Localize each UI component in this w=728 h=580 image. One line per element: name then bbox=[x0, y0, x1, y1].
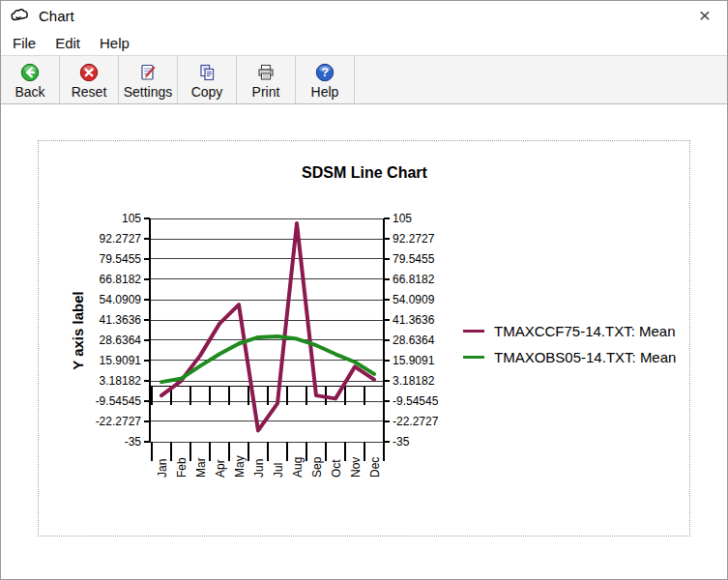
y-tick-label-left: 54.0909 bbox=[100, 293, 142, 306]
reset-button[interactable]: Reset bbox=[60, 56, 119, 103]
y-tick-label-right: 92.2727 bbox=[393, 232, 435, 246]
y-tick-label-right: 54.0909 bbox=[393, 293, 435, 306]
legend-label: TMAXCCF75-14.TXT: Mean bbox=[494, 323, 676, 339]
y-tick-label-right: 79.5455 bbox=[393, 252, 435, 266]
y-axis-title: Y axis label bbox=[70, 291, 86, 369]
y-tick-label-left: -35 bbox=[125, 435, 142, 449]
x-tick-label: Sep bbox=[310, 456, 324, 478]
back-label: Back bbox=[15, 84, 44, 100]
y-tick-label-left: 105 bbox=[122, 212, 141, 225]
y-tick-label-left: 66.8182 bbox=[100, 273, 142, 286]
y-tick-label-right: 105 bbox=[393, 212, 412, 225]
print-icon bbox=[256, 63, 276, 83]
x-tick-label: Dec bbox=[368, 457, 382, 478]
y-tick-label-left: -9.54545 bbox=[96, 394, 142, 408]
settings-button[interactable]: Settings bbox=[119, 56, 178, 103]
window-title: Chart bbox=[39, 8, 74, 24]
y-tick-label-left: 3.18182 bbox=[100, 374, 142, 388]
y-tick-label-left: 79.5455 bbox=[100, 252, 142, 266]
y-tick-label-right: 66.8182 bbox=[393, 273, 435, 286]
x-tick-label: Mar bbox=[194, 457, 208, 478]
content-area: SDSM Line ChartY axis label10510592.2727… bbox=[1, 104, 727, 579]
menu-edit[interactable]: Edit bbox=[45, 32, 90, 54]
chart-title: SDSM Line Chart bbox=[302, 164, 427, 181]
settings-label: Settings bbox=[124, 84, 173, 100]
copy-icon bbox=[197, 63, 217, 83]
x-tick-label: Aug bbox=[291, 457, 305, 478]
legend-entry: TMAXOBS05-14.TXT: Mean bbox=[463, 344, 676, 370]
y-tick-label-right: 28.6364 bbox=[393, 334, 435, 347]
help-label: Help bbox=[311, 84, 339, 100]
menu-help[interactable]: Help bbox=[90, 32, 139, 54]
y-tick-label-right: 41.3636 bbox=[393, 313, 435, 327]
x-tick-label: Oct bbox=[330, 459, 343, 478]
settings-icon bbox=[138, 63, 158, 83]
back-button[interactable]: Back bbox=[1, 56, 60, 103]
help-button[interactable]: ? Help bbox=[296, 56, 355, 103]
y-tick-label-right: -22.2727 bbox=[393, 415, 439, 428]
reset-label: Reset bbox=[72, 84, 107, 100]
menu-file[interactable]: File bbox=[3, 32, 45, 54]
copy-button[interactable]: Copy bbox=[178, 56, 237, 103]
print-label: Print bbox=[252, 84, 280, 100]
x-tick-label: Nov bbox=[349, 457, 363, 478]
toolbar: Back Reset Settings bbox=[1, 55, 727, 104]
back-icon bbox=[20, 63, 40, 83]
x-tick-label: Apr bbox=[214, 459, 227, 478]
y-tick-label-right: 3.18182 bbox=[393, 374, 435, 388]
x-tick-label: Feb bbox=[175, 457, 189, 478]
x-tick-label: May bbox=[233, 455, 247, 478]
y-tick-label-left: 15.9091 bbox=[100, 354, 142, 367]
legend-entry: TMAXCCF75-14.TXT: Mean bbox=[463, 318, 676, 344]
print-button[interactable]: Print bbox=[237, 56, 296, 103]
y-tick-label-right: -9.54545 bbox=[393, 394, 439, 408]
y-tick-label-right: 15.9091 bbox=[393, 354, 435, 367]
y-tick-label-left: -22.2727 bbox=[96, 415, 142, 428]
legend-line-swatch bbox=[463, 356, 484, 359]
y-tick-label-left: 28.6364 bbox=[100, 334, 142, 347]
help-icon: ? bbox=[315, 63, 335, 83]
svg-text:?: ? bbox=[321, 66, 329, 79]
menubar: File Edit Help bbox=[1, 30, 727, 55]
x-tick-label: Jun bbox=[252, 459, 266, 478]
chart-window: Chart × File Edit Help Back bbox=[0, 0, 728, 580]
chart-panel: SDSM Line ChartY axis label10510592.2727… bbox=[38, 140, 690, 536]
legend-label: TMAXOBS05-14.TXT: Mean bbox=[494, 349, 676, 365]
copy-label: Copy bbox=[191, 84, 223, 100]
legend-line-swatch bbox=[463, 330, 484, 333]
close-icon[interactable]: × bbox=[683, 1, 727, 30]
app-cloud-icon[interactable] bbox=[10, 7, 31, 24]
y-tick-label-right: -35 bbox=[393, 435, 410, 449]
chart-legend: TMAXCCF75-14.TXT: MeanTMAXOBS05-14.TXT: … bbox=[463, 318, 676, 370]
x-tick-label: Jan bbox=[156, 459, 169, 478]
x-tick-label: Jul bbox=[272, 463, 285, 478]
series-line bbox=[161, 336, 374, 382]
y-tick-label-left: 41.3636 bbox=[100, 313, 142, 327]
titlebar: Chart × bbox=[1, 1, 727, 30]
y-tick-label-left: 92.2727 bbox=[100, 232, 142, 246]
reset-icon bbox=[79, 63, 99, 83]
